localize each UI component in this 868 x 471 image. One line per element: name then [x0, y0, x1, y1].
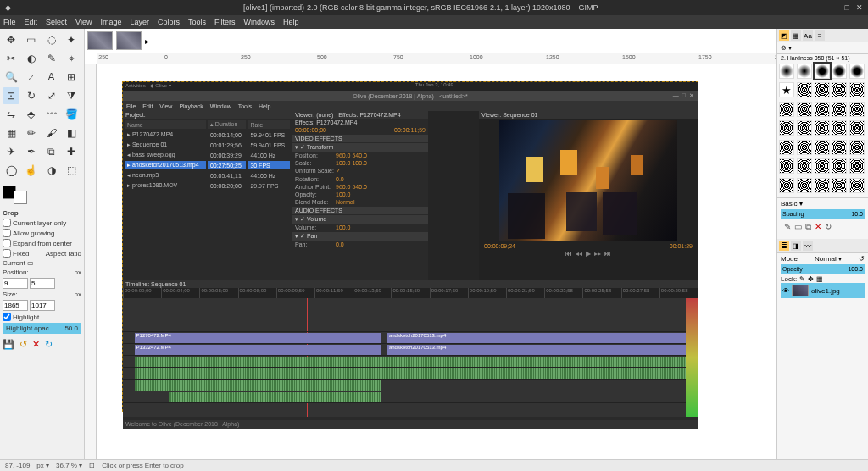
brush-item[interactable] — [849, 82, 865, 97]
lock-pos-icon[interactable]: ✥ — [808, 275, 814, 283]
tool-pencil[interactable]: ✏ — [23, 125, 40, 141]
menu-select[interactable]: Select — [46, 18, 67, 26]
tool-paths[interactable]: ✎ — [43, 50, 60, 67]
brush-item[interactable] — [832, 140, 847, 155]
tool-paintbrush[interactable]: 🖌 — [43, 125, 60, 141]
tool-bucket[interactable]: 🪣 — [63, 106, 80, 123]
clip-video[interactable]: P1270472.MP4 — [135, 333, 382, 343]
brush-item[interactable] — [797, 158, 812, 174]
tool-color-picker[interactable]: ⌖ — [63, 50, 80, 67]
goto-start-icon[interactable]: ⏮ — [565, 250, 572, 258]
tool-fuzzy-select[interactable]: ✦ — [63, 31, 80, 48]
brush-item[interactable] — [849, 120, 865, 136]
tab-layers-icon[interactable]: ≣ — [779, 241, 789, 251]
color-swatches[interactable] — [3, 186, 81, 204]
ruler-vertical[interactable] — [85, 64, 97, 459]
tool-gradient[interactable]: ▦ — [3, 125, 19, 141]
tool-clone[interactable]: ⧉ — [43, 143, 60, 160]
save-preset-icon[interactable]: 💾 — [3, 339, 14, 350]
brush-item[interactable] — [797, 82, 812, 97]
olive-menu-help[interactable]: Help — [259, 103, 270, 109]
menu-file[interactable]: File — [3, 18, 16, 26]
clip-audio[interactable] — [135, 380, 382, 391]
menu-help[interactable]: Help — [283, 18, 299, 26]
visibility-icon[interactable]: 👁 — [782, 287, 789, 295]
close-button[interactable]: ✕ — [856, 3, 863, 12]
tool-warp[interactable]: 〰 — [43, 106, 60, 123]
brush-item[interactable] — [779, 178, 794, 193]
layer-row[interactable]: 👁 olive1.jpg — [781, 283, 865, 298]
tool-smudge[interactable]: ☝ — [23, 162, 40, 179]
clip-video[interactable]: andsketch20170513.mp4 — [387, 345, 687, 355]
table-row[interactable]: ▸ P1270472.MP400:00:14;0059.9401 FPS — [125, 130, 290, 139]
brush-item[interactable] — [797, 64, 812, 79]
brush-item[interactable] — [815, 64, 830, 79]
delete-icon[interactable]: ✕ — [32, 339, 40, 350]
size-h[interactable] — [30, 300, 55, 311]
restore-icon[interactable]: ↻ — [45, 339, 53, 350]
tool-text[interactable]: A — [43, 69, 60, 86]
tool-rotate[interactable]: ↻ — [23, 87, 40, 104]
olive-menu-playback[interactable]: Playback — [179, 103, 203, 109]
size-w[interactable] — [3, 300, 28, 311]
olive-menu-edit[interactable]: Edit — [142, 103, 153, 109]
brush-item[interactable] — [815, 158, 830, 174]
brush-item[interactable] — [815, 82, 830, 97]
pos-x[interactable] — [3, 278, 28, 289]
brush-item[interactable] — [832, 158, 847, 174]
ratio-icon[interactable]: ▭ — [27, 259, 34, 267]
brush-item[interactable] — [849, 178, 865, 193]
brush-item[interactable] — [797, 120, 812, 136]
reset-icon[interactable]: ↺ — [19, 339, 27, 350]
clip-audio[interactable] — [135, 368, 687, 379]
canvas[interactable]: Activities ◆ Olive ▾ Thu Jan 3, 10:49 Ol… — [97, 64, 776, 459]
timeline-tracks[interactable]: P1270472.MP4andsketch20170513.mp4 P13324… — [123, 298, 698, 417]
image-tab-1[interactable] — [87, 31, 113, 50]
tab-paths-icon[interactable]: 〰 — [803, 241, 813, 251]
tool-shear[interactable]: ⧩ — [63, 87, 80, 104]
tool-foreground[interactable]: ◐ — [23, 50, 40, 67]
new-brush-icon[interactable]: ▭ — [794, 222, 802, 232]
olive-menu-tools[interactable]: Tools — [238, 103, 252, 109]
brush-item[interactable] — [815, 140, 830, 155]
brush-item[interactable] — [849, 158, 865, 174]
prev-frame-icon[interactable]: ◂◂ — [576, 250, 582, 258]
table-row[interactable]: ◂ neon.mp300:05:41;1144100 Hz — [125, 171, 290, 180]
table-row[interactable]: ◂ bass sweep.ogg00:00:39;2944100 Hz — [125, 151, 290, 159]
opt-expand-center[interactable] — [3, 239, 11, 247]
tool-cage[interactable]: ⬚ — [63, 162, 80, 179]
lock-pixels-icon[interactable]: ✎ — [799, 275, 805, 283]
dup-brush-icon[interactable]: ⧉ — [805, 222, 811, 232]
bg-color[interactable] — [14, 191, 27, 204]
brush-item[interactable] — [815, 102, 830, 117]
fx-audio-section[interactable]: AUDIO EFFECTS — [292, 207, 428, 214]
opt-fixed[interactable] — [3, 249, 11, 258]
tab-menu-icon[interactable]: ▸ — [145, 36, 149, 46]
timeline-ruler[interactable]: 00:00:00;0000:00:04;0000:00:08;0000:00:0… — [123, 288, 698, 298]
clip-audio[interactable] — [169, 392, 381, 402]
goto-end-icon[interactable]: ⏭ — [604, 250, 611, 258]
fx-volume[interactable]: ▾ ✓ Volume — [292, 215, 428, 224]
brush-item[interactable] — [797, 178, 812, 193]
brush-item[interactable] — [832, 102, 847, 117]
tool-zoom[interactable]: 🔍 — [3, 69, 19, 86]
edit-brush-icon[interactable]: ✎ — [784, 222, 791, 232]
brush-item[interactable] — [832, 178, 847, 193]
tool-scale[interactable]: ⤢ — [43, 87, 60, 104]
fx-pan[interactable]: ▾ ✓ Pan — [292, 232, 428, 241]
brush-item[interactable] — [849, 64, 865, 79]
spacing-slider[interactable]: Spacing10.0 — [781, 209, 865, 219]
tool-transform[interactable]: ⊞ — [63, 69, 80, 86]
brush-item[interactable] — [779, 82, 794, 97]
brush-item[interactable] — [832, 64, 847, 79]
brush-item[interactable] — [779, 102, 794, 117]
tool-crop[interactable]: ⊡ — [3, 87, 19, 104]
layer-opacity-slider[interactable]: Opacity100.0 — [781, 264, 865, 274]
brush-item[interactable] — [797, 140, 812, 155]
tool-free-select[interactable]: ◌ — [43, 31, 60, 48]
brush-item[interactable] — [815, 120, 830, 136]
tool-airbrush[interactable]: ✈ — [3, 143, 19, 160]
opt-allow-growing[interactable] — [3, 229, 11, 237]
highlight-opacity[interactable]: Highlight opac 50.0 — [3, 323, 81, 334]
tab-channels-icon[interactable]: ◨ — [791, 241, 801, 251]
